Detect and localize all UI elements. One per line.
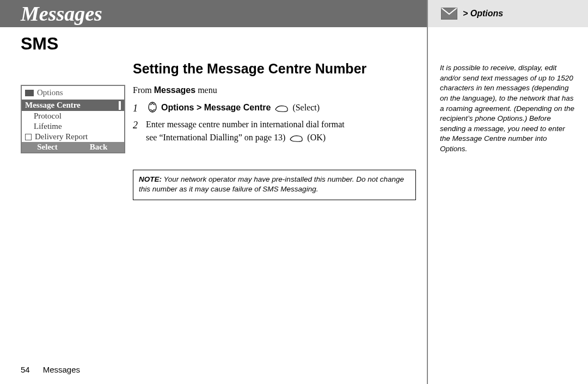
step-text: Enter message centre number in internati… [146, 118, 345, 144]
phone-item: Lifetime [22, 121, 124, 132]
sidebar-crumb: > Options [463, 9, 503, 18]
phone-selected-label: Message Centre [25, 101, 81, 110]
sidebar-header: > Options [428, 0, 588, 27]
text-bold: Messages [154, 85, 196, 95]
text: (Select) [292, 103, 320, 112]
page-number: 54 [21, 365, 30, 374]
text: (OK) [307, 133, 326, 142]
step-row: 2 Enter message centre number in interna… [133, 118, 416, 144]
from-line: From Messages menu [133, 84, 416, 97]
section-label-sms: SMS [21, 34, 58, 54]
chapter-title: Messages [21, 2, 102, 26]
text: From [133, 85, 154, 95]
step-number: 1 [133, 101, 140, 116]
envelope-icon [441, 8, 457, 20]
text: see “International Dialling” on page 13) [146, 133, 287, 142]
path-text: Options > Message Centre [161, 103, 271, 112]
footer-label: Messages [43, 365, 80, 374]
step-text: Options > Message Centre (Select) [146, 101, 320, 116]
menu-marker-icon [25, 90, 34, 96]
step-number: 2 [133, 118, 140, 144]
phone-item-label: Delivery Report [35, 132, 88, 141]
softkey-icon [289, 134, 303, 143]
sidebar: > Options It is possible to receive, dis… [428, 0, 588, 384]
phone-softkey-right: Back [73, 142, 124, 152]
text: Enter message centre number in internati… [146, 118, 345, 131]
phone-softkey-left: Select [22, 142, 73, 152]
softkey-icon [274, 104, 289, 113]
note-box: NOTE: Your network operator may have pre… [133, 170, 416, 200]
instruction-block: From Messages menu 1 Options > Message C… [133, 84, 416, 146]
checkbox-icon [25, 134, 32, 140]
phone-screenshot: Options Message Centre Protocol Lifetime… [21, 85, 125, 153]
page-footer: 54 Messages [21, 365, 80, 374]
phone-softkeys: Select Back [22, 142, 124, 152]
note-text: Your network operator may have pre-insta… [139, 175, 404, 193]
phone-item-selected: Message Centre [22, 100, 124, 111]
step-subline: see “International Dialling” on page 13)… [146, 131, 345, 144]
phone-item-checkbox: Delivery Report [22, 132, 124, 142]
step-row: 1 Options > Message Centre (Select) [133, 101, 416, 116]
phone-title: Options [37, 88, 63, 97]
note-label: NOTE: [139, 175, 162, 183]
phone-item: Protocol [22, 111, 124, 121]
text: menu [195, 85, 217, 95]
phone-titlebar: Options [22, 86, 124, 100]
scrollbar-thumb-icon [119, 101, 121, 110]
section-heading: Setting the Message Centre Number [133, 61, 366, 77]
sidebar-note: It is possible to receive, display, edit… [428, 27, 588, 154]
nav-key-icon [148, 102, 157, 113]
chapter-title-bar: Messages [0, 0, 427, 27]
